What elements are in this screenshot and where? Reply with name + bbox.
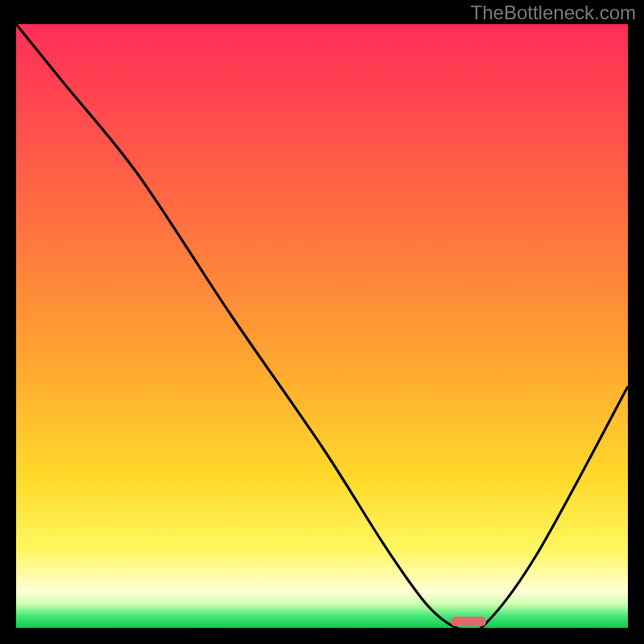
chart-frame: TheBottleneck.com <box>0 0 644 644</box>
optimal-marker <box>451 617 486 626</box>
watermark-text: TheBottleneck.com <box>471 2 636 24</box>
bottleneck-curve <box>16 24 628 628</box>
plot-area <box>16 24 628 628</box>
